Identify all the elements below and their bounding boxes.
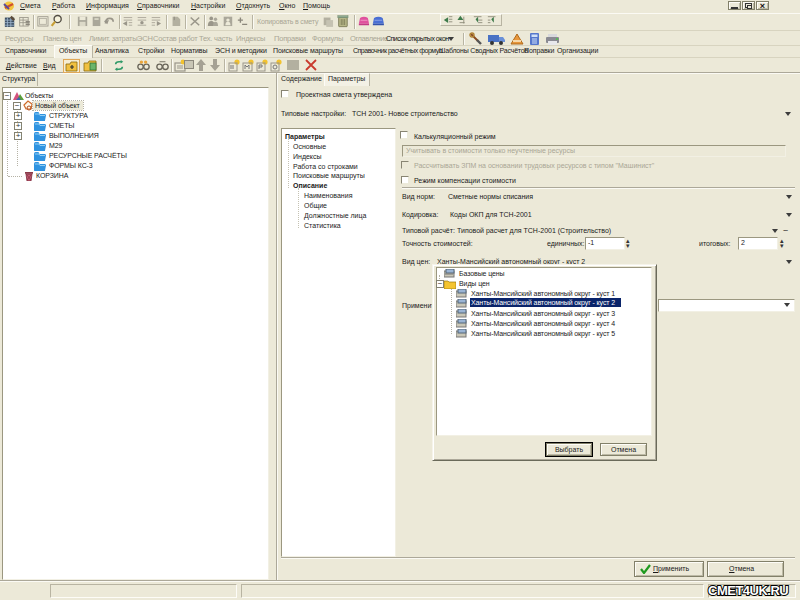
svg-text:CMET4UK.RU: CMET4UK.RU	[708, 583, 788, 598]
